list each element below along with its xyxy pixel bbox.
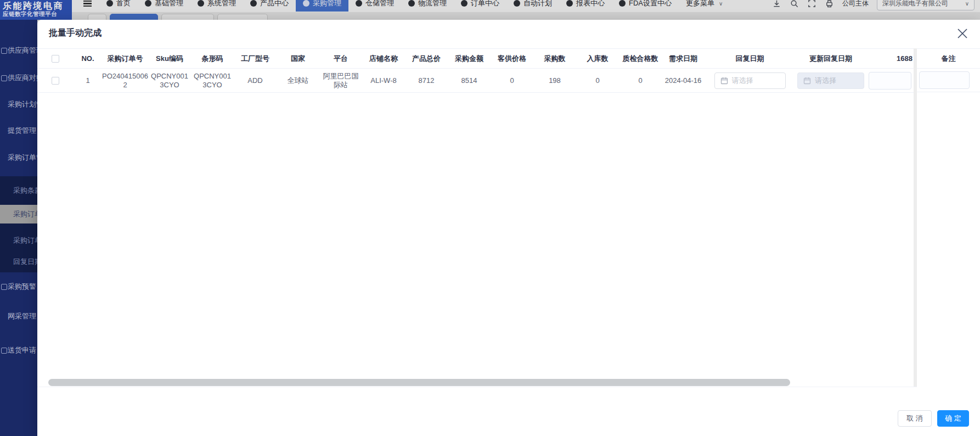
table-header-row: NO. 采购订单号 Sku编码 条形码 工厂型号 国家 平台 店铺名称 产品总价… [37,48,914,69]
col-header-1688: 1688 [866,49,914,68]
cell-qc-pass-qty: 0 [619,69,662,92]
cell-country: 全球站 [277,69,319,92]
calendar-icon [720,77,728,85]
cell-purchase-amount: 8514 [448,69,491,92]
col-header-customer-price: 客供价格 [491,49,533,68]
confirm-button[interactable]: 确 定 [937,410,969,427]
dialog-title: 批量手动完成 [49,27,102,39]
cell-purchase-qty: 198 [533,69,576,92]
col-header-no: NO. [74,49,102,68]
col-header-purchase-amount: 采购金额 [448,49,491,68]
col-header-demand-date: 需求日期 [662,49,705,68]
pinned-remark-column: 备注 [917,48,980,92]
col-header-po-number: 采购订单号 [102,49,148,68]
cell-po-number: PO2404150062 [102,69,148,92]
remark-input[interactable] [919,71,970,89]
close-icon[interactable] [956,27,969,40]
cell-sku-code: QPCNY0013CYO [148,69,191,92]
batch-manual-complete-dialog: 批量手动完成 NO. 采购订单号 Sku编码 条形码 工厂型号 国家 平台 店铺… [37,20,980,436]
col-header-inbound-qty: 入库数 [576,49,619,68]
order-1688-input[interactable] [869,72,911,90]
horizontal-scrollbar[interactable] [48,379,790,386]
update-reply-date-picker-disabled: 请选择 [797,72,864,89]
select-all-checkbox[interactable] [52,55,59,63]
col-header-shop-name: 店铺名称 [362,49,405,68]
cancel-button[interactable]: 取 消 [898,410,932,427]
table-row: 1 PO2404150062 QPCNY0013CYO QPCNY0013CYO… [37,69,914,93]
cell-factory-model: ADD [234,69,277,92]
col-header-qc-pass-qty: 质检合格数 [619,49,662,68]
col-header-product-total: 产品总价 [405,49,448,68]
cell-platform: 阿里巴巴国际站 [319,69,362,92]
cell-customer-price: 0 [491,69,533,92]
dialog-body: NO. 采购订单号 Sku编码 条形码 工厂型号 国家 平台 店铺名称 产品总价… [37,48,980,436]
row-checkbox[interactable] [52,77,59,85]
cell-shop-name: ALI-W-8 [362,69,405,92]
reply-date-picker[interactable]: 请选择 [714,72,786,89]
cell-product-total: 8712 [405,69,448,92]
col-header-country: 国家 [277,49,319,68]
col-header-platform: 平台 [319,49,362,68]
col-header-reply-date: 回复日期 [705,49,795,68]
calendar-icon [803,77,811,85]
dialog-footer: 取 消 确 定 [898,410,969,427]
cell-demand-date: 2024-04-16 [662,69,705,92]
table-bottom-border [37,387,917,387]
col-header-sku-code: Sku编码 [148,49,191,68]
col-header-factory-model: 工厂型号 [234,49,277,68]
update-reply-date-placeholder: 请选择 [815,76,836,85]
reply-date-placeholder: 请选择 [732,76,753,85]
col-header-update-reply-date: 更新回复日期 [795,49,866,68]
col-header-purchase-qty: 采购数 [533,49,576,68]
col-header-barcode: 条形码 [191,49,234,68]
cell-inbound-qty: 0 [576,69,619,92]
cell-barcode: QPCNY0013CYO [191,69,234,92]
cell-no: 1 [74,69,102,92]
col-header-remark: 备注 [917,48,980,69]
pinned-column-gutter [914,48,917,387]
